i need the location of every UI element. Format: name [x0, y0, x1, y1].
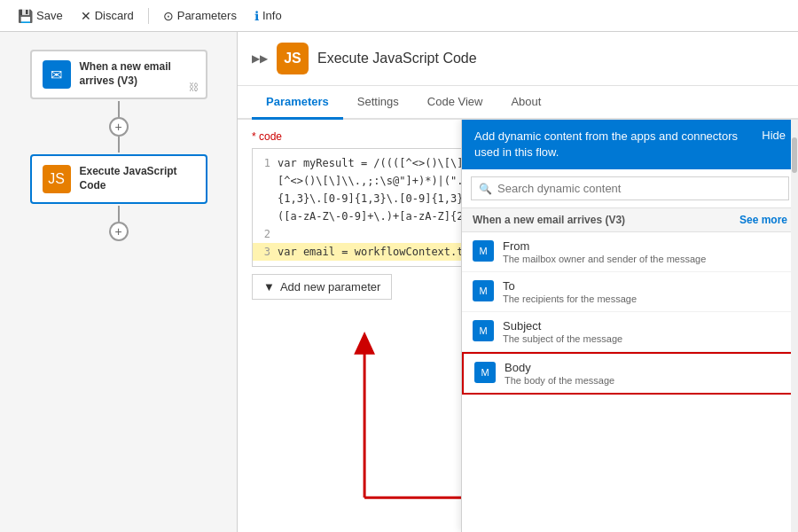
section-title: When a new email arrives (V3) — [473, 214, 625, 226]
link-icon: ⛓ — [189, 82, 199, 92]
divider — [148, 8, 149, 24]
action-title: Execute JavaScript Code — [317, 51, 477, 66]
email-icon: ✉ — [43, 60, 71, 89]
info-label: Info — [262, 9, 282, 22]
body-name: Body — [505, 361, 614, 374]
connector-1: + — [109, 101, 129, 153]
hide-button[interactable]: Hide — [762, 129, 786, 142]
right-panel: ▶▶ JS Execute JavaScript Code Parameters… — [238, 32, 798, 532]
content-area: * code 1 var myResult = /((([^<>()\[\]\\… — [238, 120, 798, 532]
tab-settings[interactable]: Settings — [343, 86, 413, 120]
body-icon: M — [474, 362, 496, 383]
scrollbar-track[interactable] — [791, 120, 798, 532]
section-header: When a new email arrives (V3) See more — [462, 208, 798, 232]
left-panel: ✉ When a new email arrives (V3) ⛓ + JS E… — [0, 32, 238, 532]
save-label: Save — [36, 9, 63, 22]
connector-line-3 — [118, 206, 120, 222]
see-more-link[interactable]: See more — [739, 214, 787, 226]
parameters-label: Parameters — [177, 9, 237, 22]
js-node-label: Execute JavaScript Code — [80, 165, 195, 192]
add-step-2[interactable]: + — [109, 222, 129, 241]
to-name: To — [503, 279, 637, 293]
dropdown-icon: ▼ — [263, 280, 275, 293]
dynamic-item-from[interactable]: M From The mailbox owner and sender of t… — [462, 232, 798, 272]
tab-about[interactable]: About — [497, 86, 555, 120]
discard-label: Discard — [95, 9, 134, 22]
discard-button[interactable]: ✕ Discard — [74, 5, 141, 27]
info-button[interactable]: ℹ Info — [247, 5, 289, 27]
connector-line-2 — [118, 137, 120, 153]
js-icon: JS — [43, 165, 71, 193]
dynamic-header-text: Add dynamic content from the apps and co… — [474, 129, 740, 160]
dynamic-content-list: When a new email arrives (V3) See more M… — [462, 208, 798, 532]
add-param-button[interactable]: ▼ Add new parameter — [252, 274, 392, 300]
from-icon: M — [473, 240, 494, 262]
save-button[interactable]: 💾 Save — [11, 5, 70, 27]
dynamic-item-to[interactable]: M To The recipients for the message — [462, 272, 798, 312]
action-header: ▶▶ JS Execute JavaScript Code — [238, 32, 798, 86]
parameters-icon: ⊙ — [163, 9, 174, 23]
discard-icon: ✕ — [81, 9, 91, 23]
dynamic-header: Add dynamic content from the apps and co… — [462, 120, 798, 169]
toolbar: 💾 Save ✕ Discard ⊙ Parameters ℹ Info — [0, 0, 798, 32]
search-icon: 🔍 — [479, 183, 492, 195]
expand-icon[interactable]: ▶▶ — [252, 52, 268, 65]
subject-icon: M — [473, 320, 494, 341]
parameters-button[interactable]: ⊙ Parameters — [156, 5, 244, 27]
dynamic-item-subject[interactable]: M Subject The subject of the message — [462, 312, 798, 352]
tab-code-view[interactable]: Code View — [413, 86, 497, 120]
scrollbar-thumb — [792, 137, 797, 173]
subject-name: Subject — [503, 319, 622, 332]
to-icon: M — [473, 280, 494, 301]
dynamic-search-input[interactable] — [497, 182, 781, 195]
search-box: 🔍 — [471, 176, 789, 200]
add-param-label: Add new parameter — [280, 280, 380, 293]
body-desc: The body of the message — [505, 375, 614, 386]
dynamic-item-body[interactable]: M Body The body of the message — [462, 352, 798, 395]
from-desc: The mailbox owner and sender of the mess… — [503, 254, 706, 264]
js-code-node[interactable]: JS Execute JavaScript Code — [30, 154, 207, 204]
dynamic-content-panel: Add dynamic content from the apps and co… — [461, 120, 798, 532]
email-trigger-node[interactable]: ✉ When a new email arrives (V3) ⛓ — [30, 50, 207, 99]
to-desc: The recipients for the message — [503, 293, 637, 304]
tab-bar: Parameters Settings Code View About — [238, 86, 798, 120]
tab-parameters[interactable]: Parameters — [252, 86, 343, 120]
action-icon: JS — [277, 43, 309, 74]
connector-line-1 — [118, 101, 120, 117]
info-icon: ℹ — [254, 9, 259, 23]
add-step-1[interactable]: + — [109, 117, 129, 137]
subject-desc: The subject of the message — [503, 333, 622, 344]
email-node-label: When a new email arrives (V3) — [80, 60, 195, 88]
save-icon: 💾 — [18, 9, 33, 23]
from-name: From — [503, 239, 706, 253]
main-layout: ✉ When a new email arrives (V3) ⛓ + JS E… — [0, 32, 798, 532]
dynamic-search-area: 🔍 — [462, 169, 798, 208]
connector-2: + — [109, 206, 129, 241]
